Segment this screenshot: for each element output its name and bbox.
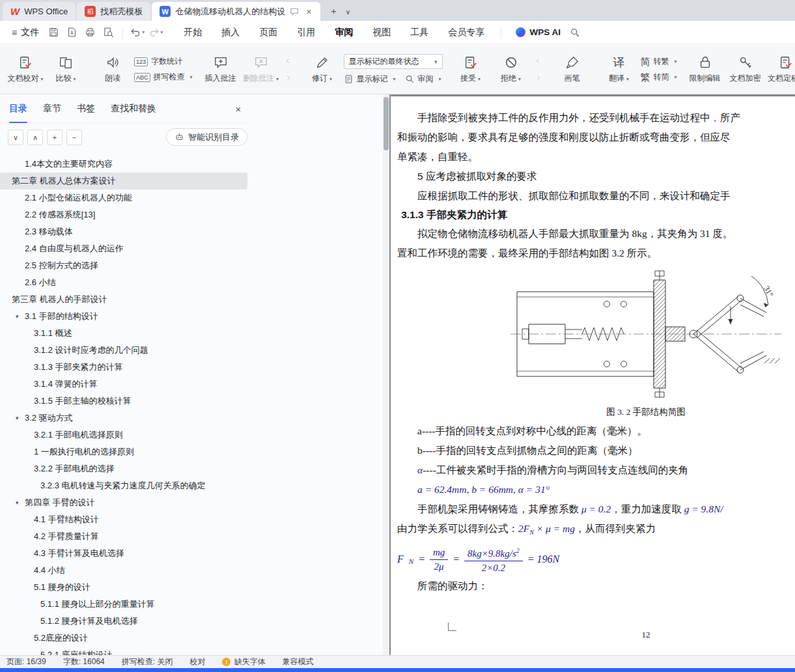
previous-comment-button[interactable] bbox=[283, 55, 294, 67]
accept-button[interactable]: 接受 bbox=[452, 49, 490, 90]
menu-item[interactable]: 开始 bbox=[174, 21, 212, 44]
toc-item[interactable]: 4.1 手臂结构设计 bbox=[0, 511, 247, 528]
menu-item[interactable]: 引用 bbox=[287, 21, 325, 44]
save-button[interactable] bbox=[45, 24, 62, 41]
toc-item[interactable]: 3.2.3 电机转速与夹紧力速度几何关系的确定 bbox=[0, 477, 247, 494]
toc-item[interactable]: 3.1.4 弹簧的计算 bbox=[0, 376, 247, 393]
wps-ai-button[interactable]: WPS AI bbox=[516, 27, 561, 37]
encrypt-document-button[interactable]: 文档加密 bbox=[727, 49, 764, 90]
toc-item[interactable]: 3.2.1 手部电机选择原则 bbox=[0, 427, 247, 443]
print-button[interactable] bbox=[81, 24, 98, 41]
scrollbar-thumb[interactable] bbox=[384, 97, 389, 150]
collapse-arrow-icon[interactable]: ▾ bbox=[16, 308, 19, 325]
next-change-button[interactable] bbox=[533, 72, 544, 84]
missing-font-warning[interactable]: ! 缺失字体 bbox=[222, 656, 265, 667]
toc-item[interactable]: 2.5 控制方式的选择 bbox=[0, 257, 247, 274]
toc-item[interactable]: 5.2底座的设计 bbox=[0, 630, 247, 647]
compare-button[interactable]: 比较 bbox=[47, 49, 85, 90]
expand-button[interactable]: + bbox=[47, 130, 63, 145]
menu-item[interactable]: 页面 bbox=[249, 21, 287, 44]
toc-item[interactable]: 1 一般执行电机的选择原则 bbox=[0, 443, 247, 460]
reject-button[interactable]: 拒绝 bbox=[492, 49, 530, 90]
toc-item[interactable]: 5.2.1 底座结构设计 bbox=[0, 647, 247, 655]
next-comment-button[interactable] bbox=[283, 72, 294, 84]
menu-item[interactable]: 插入 bbox=[212, 21, 249, 44]
toc-item[interactable]: 5.1.2 腰身计算及电机选择 bbox=[0, 613, 247, 630]
toc-item[interactable]: 2.1 小型仓储运机器人的功能 bbox=[0, 189, 247, 206]
menu-item[interactable]: 审阅 bbox=[325, 21, 363, 44]
toc-item[interactable]: 2.2 传感器系统[13] bbox=[0, 206, 247, 223]
markup-state-dropdown[interactable]: 显示标记的最终状态 ▾ bbox=[344, 54, 443, 69]
menu-item[interactable]: 会员专享 bbox=[438, 21, 494, 44]
previous-change-button[interactable] bbox=[533, 55, 544, 67]
to-simplified-button[interactable]: 繁 转简 bbox=[641, 72, 677, 83]
toc-item[interactable]: ▾ 3.1 手部的结构设计 bbox=[0, 308, 247, 325]
read-aloud-button[interactable]: 朗读 bbox=[94, 49, 132, 90]
restrict-editing-button[interactable]: 限制编辑 bbox=[686, 49, 724, 90]
toc-item[interactable]: 2.4 自由度与机器人的运作 bbox=[0, 240, 247, 257]
toc-item[interactable]: 第三章 机器人的手部设计 bbox=[0, 291, 247, 308]
tab-wps-office[interactable]: W WPS Office bbox=[3, 2, 76, 21]
collapse-button[interactable]: − bbox=[66, 130, 82, 145]
undo-button[interactable]: ▾ bbox=[129, 24, 146, 41]
sidebar-scrollbar[interactable] bbox=[383, 94, 389, 655]
spellcheck-status[interactable]: 拼写检查: 关闭 bbox=[122, 656, 173, 667]
toc-item[interactable]: 3.1.3 手部夹紧力的计算 bbox=[0, 359, 247, 376]
track-changes-button[interactable]: 修订 bbox=[303, 49, 341, 90]
collapse-all-button[interactable]: ∧ bbox=[27, 130, 43, 145]
toc-item[interactable]: 5.1 腰身的设计 bbox=[0, 579, 247, 596]
ink-brush-button[interactable]: 画笔 bbox=[553, 49, 591, 90]
proofread-button[interactable]: 文档校对 bbox=[7, 49, 44, 90]
proofing-button[interactable]: 校对 bbox=[189, 656, 205, 667]
toc-item[interactable]: 2.6 小结 bbox=[0, 274, 247, 291]
tab-active-document[interactable]: W 仓储物流移动机器人的结构设 × bbox=[152, 2, 320, 21]
close-sidebar-button[interactable]: × bbox=[232, 102, 245, 115]
toc-item[interactable]: 3.2.2 手部电机的选择 bbox=[0, 460, 247, 477]
smart-toc-button[interactable]: 智能识别目录 bbox=[166, 128, 247, 146]
document-page[interactable]: 手指除受到被夹持工件的反作用力外，还受到机械手在运动过程中，所产 和振动的影响，… bbox=[391, 96, 795, 655]
sidebar-tab[interactable]: 书签 bbox=[77, 94, 95, 123]
new-tab-button[interactable]: ＋ bbox=[326, 4, 341, 20]
insert-comment-button[interactable]: 插入批注 bbox=[202, 49, 240, 90]
tab-list-dropdown[interactable]: ∨ bbox=[341, 4, 354, 20]
file-menu[interactable]: ≡ 文件 bbox=[7, 27, 44, 38]
equation-clamping-force[interactable]: FN = mg2μ = 8kg×9.8kg/s22×0.2 = 196N bbox=[397, 542, 795, 576]
page-indicator[interactable]: 页面: 16/39 bbox=[7, 656, 46, 667]
tab-close-button[interactable]: × bbox=[305, 7, 313, 17]
delete-comment-button[interactable]: 删除批注 bbox=[242, 49, 280, 90]
sidebar-tab[interactable]: 目录 bbox=[9, 94, 27, 123]
finalize-document-button[interactable]: 文档定稿 bbox=[767, 49, 795, 90]
figure-3-2-diagram[interactable]: 31° bbox=[509, 267, 783, 403]
toc-display-options-button[interactable]: ∨ bbox=[8, 130, 23, 145]
to-traditional-button[interactable]: 简 转繁 bbox=[641, 56, 677, 67]
document-area[interactable]: 手指除受到被夹持工件的反作用力外，还受到机械手在运动过程中，所产 和振动的影响，… bbox=[389, 94, 795, 655]
search-button[interactable] bbox=[570, 27, 580, 38]
word-count-button[interactable]: 123 字数统计 bbox=[134, 56, 193, 67]
menu-item[interactable]: 视图 bbox=[363, 21, 400, 44]
show-markup-button[interactable]: 显示标记 bbox=[344, 74, 396, 85]
menu-item[interactable]: 工具 bbox=[400, 21, 438, 44]
toc-item[interactable]: 3.1.2 设计时应考虑的几个问题 bbox=[0, 342, 247, 359]
toc-item[interactable]: 2.3 移动载体 bbox=[0, 223, 247, 240]
translate-button[interactable]: 译 翻译 bbox=[600, 49, 638, 90]
sidebar-tab[interactable]: 查找和替换 bbox=[111, 94, 156, 123]
tab-docer-template[interactable]: 稻 找稻壳模板 bbox=[77, 2, 150, 21]
toc-item[interactable]: 第二章 机器人总体方案设计 bbox=[0, 173, 247, 189]
export-button[interactable] bbox=[63, 24, 80, 41]
toc-item[interactable]: ▾ 3.2 驱动方式 bbox=[0, 410, 247, 427]
redo-button[interactable]: ▾ bbox=[147, 24, 164, 41]
toc-item[interactable]: 5.1.1 腰身以上部分的重量计算 bbox=[0, 596, 247, 613]
toc-item[interactable]: 3.1.1 概述 bbox=[0, 325, 247, 342]
word-count-indicator[interactable]: 字数: 16064 bbox=[63, 656, 105, 667]
sidebar-tab[interactable]: 章节 bbox=[43, 94, 61, 123]
toc-item[interactable]: 4.4 小结 bbox=[0, 562, 247, 579]
toc-item[interactable]: ▾ 第四章 手臂的设计 bbox=[0, 494, 247, 511]
toc-item[interactable]: 3.1.5 手部主轴的校核计算 bbox=[0, 393, 247, 410]
toc-item[interactable]: 4.2 手臂质量计算 bbox=[0, 528, 247, 545]
toc-item[interactable]: 1.4本文的主要研究内容 bbox=[0, 156, 247, 173]
spell-check-button[interactable]: ABC 拼写检查 bbox=[134, 72, 193, 83]
collapse-arrow-icon[interactable]: ▾ bbox=[16, 494, 19, 511]
toc-item[interactable]: 4.3 手臂计算及电机选择 bbox=[0, 545, 247, 562]
print-preview-button[interactable] bbox=[100, 24, 117, 41]
reviewing-pane-button[interactable]: 审阅 bbox=[405, 74, 441, 85]
